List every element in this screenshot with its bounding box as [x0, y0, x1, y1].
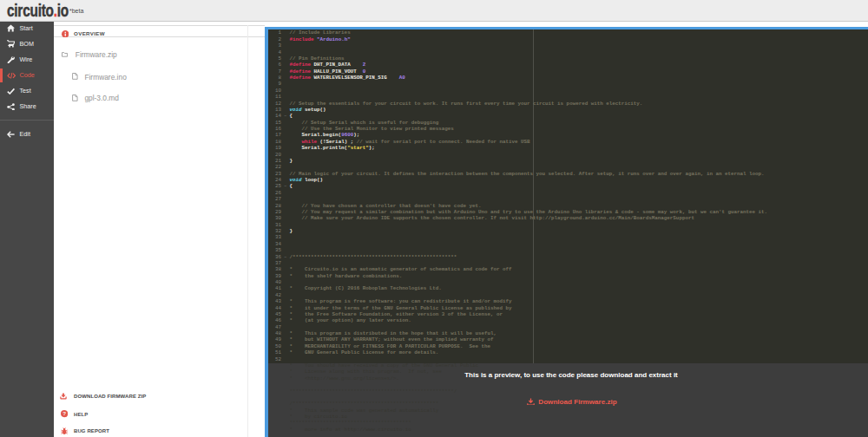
- svg-text:?: ?: [62, 411, 66, 417]
